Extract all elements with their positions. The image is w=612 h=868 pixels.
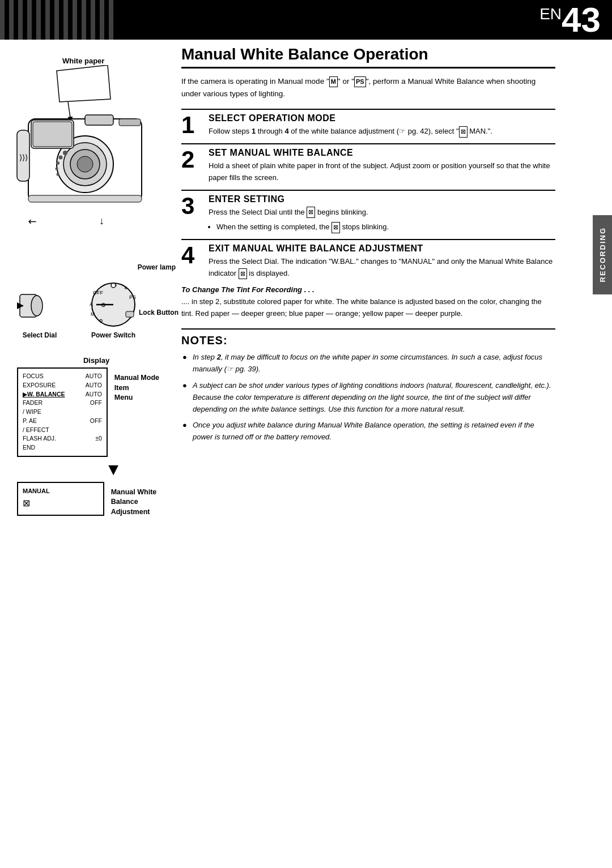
step-2-number: 2 xyxy=(181,148,202,184)
manual-mode-icon: M xyxy=(329,76,338,88)
display-arrow-down: ▼ xyxy=(51,460,176,479)
notes-section: NOTES: In step 2, it may be difficult to… xyxy=(181,328,555,443)
svg-text:PS: PS xyxy=(129,294,136,300)
page-number: EN43 xyxy=(539,2,612,37)
svg-text:M: M xyxy=(91,311,95,317)
step-3-text: Press the Select Dial until the ⊠ begins… xyxy=(209,207,555,219)
manual-display-icon: ⊠ xyxy=(23,498,99,508)
manual-mode-item-label: Manual Mode ItemMenu xyxy=(114,373,176,403)
page-title: Manual White Balance Operation xyxy=(181,45,555,69)
diagram-arrow-2: ↓ xyxy=(99,215,104,227)
svg-text:⚙: ⚙ xyxy=(99,318,103,324)
select-dial-label: Select Dial xyxy=(23,331,57,339)
step-2-heading: SET MANUAL WHITE BALANCE xyxy=(209,148,555,158)
notes-title: NOTES: xyxy=(181,334,555,347)
wbal-icon-step1: ⊠ xyxy=(459,126,468,138)
svg-point-10 xyxy=(56,168,58,170)
white-paper-label: White paper xyxy=(62,57,104,65)
step-1-text: Follow steps 1 through 4 of the white ba… xyxy=(209,126,555,138)
svg-point-31 xyxy=(111,283,116,288)
tint-section: To Change The Tint For Recording . . . .… xyxy=(181,285,555,320)
step-3-number: 3 xyxy=(181,194,202,234)
arrow-indicator: ▶ xyxy=(23,391,27,397)
recording-tab-label: RECORDING xyxy=(598,227,607,282)
svg-point-6 xyxy=(77,156,93,172)
step-4-number: 4 xyxy=(181,243,202,280)
step-3: 3 ENTER SETTING Press the Select Dial un… xyxy=(181,190,555,234)
display-label: Display xyxy=(17,356,176,365)
svg-text:A: A xyxy=(90,301,93,307)
svg-point-20 xyxy=(31,296,42,316)
step-1-content: SELECT OPERATION MODE Follow steps 1 thr… xyxy=(209,113,555,138)
stripe-decoration xyxy=(0,0,113,40)
display-row-wbalance: ▶W. BALANCE AUTO xyxy=(23,390,102,399)
step-3-bullet-1: When the setting is completed, the ⊠ sto… xyxy=(216,221,555,233)
svg-rect-13 xyxy=(33,122,72,147)
wbal-icon-step3b: ⊠ xyxy=(332,222,340,233)
note-3: Once you adjust white balance during Man… xyxy=(181,420,555,443)
left-column: White paper xyxy=(17,40,176,517)
display-row-wipe: / WIPE xyxy=(23,408,102,417)
step-3-heading: ENTER SETTING xyxy=(209,194,555,204)
note-1: In step 2, it may be difficult to focus … xyxy=(181,352,555,375)
display-row-fader: FADER OFF xyxy=(23,399,102,408)
svg-text:⊙: ⊙ xyxy=(101,302,105,308)
svg-point-8 xyxy=(59,156,63,160)
page-en-prefix: EN xyxy=(539,5,562,23)
step-2: 2 SET MANUAL WHITE BALANCE Hold a sheet … xyxy=(181,143,555,184)
svg-point-11 xyxy=(57,173,60,176)
display-row-end: END xyxy=(23,443,102,452)
svg-text:☀: ☀ xyxy=(124,285,128,291)
manual-white-balance-label: Manual WhiteBalance Adjustment xyxy=(111,488,176,518)
display-row-pae: P. AE OFF xyxy=(23,417,102,426)
step-4-heading: EXIT MANUAL WHITE BALANCE ADJUSTMENT xyxy=(209,243,555,254)
step-2-text: Hold a sheet of plain white paper in fro… xyxy=(209,160,555,184)
lock-button-label: Lock Button xyxy=(139,309,178,317)
svg-text:⟩⟩⟩: ⟩⟩⟩ xyxy=(19,153,28,162)
wbal-icon-step4: ⊠ xyxy=(239,268,247,280)
display-box: FOCUS AUTO EXPOSURE AUTO ▶W. BALANCE AUT… xyxy=(17,367,108,457)
step-1-number: 1 xyxy=(181,113,202,138)
display-row-flash: FLASH ADJ. ±0 xyxy=(23,434,102,443)
step-4: 4 EXIT MANUAL WHITE BALANCE ADJUSTMENT P… xyxy=(181,239,555,280)
select-dial-section: Select Dial xyxy=(17,283,62,339)
step-4-text: Press the Select Dial. The indication "W… xyxy=(209,256,555,280)
svg-rect-32 xyxy=(126,311,134,317)
tint-text: .... in step 2, substitute colored paper… xyxy=(181,296,555,320)
manual-display-box: MANUAL ⊠ xyxy=(17,482,104,516)
svg-text:OFF: OFF xyxy=(93,290,103,296)
svg-point-7 xyxy=(63,151,67,155)
manual-display-title: MANUAL xyxy=(23,488,99,494)
step-2-content: SET MANUAL WHITE BALANCE Hold a sheet of… xyxy=(209,148,555,184)
top-bar: EN43 xyxy=(0,0,612,40)
step-1: 1 SELECT OPERATION MODE Follow steps 1 t… xyxy=(181,109,555,138)
display-row-exposure: EXPOSURE AUTO xyxy=(23,381,102,390)
tint-heading: To Change The Tint For Recording . . . xyxy=(181,285,555,294)
display-row-focus: FOCUS AUTO xyxy=(23,372,102,381)
power-switch-section: Power lamp OFF A M ⚙ S ☀ PS ⊙ xyxy=(85,266,142,339)
display-row-effect: / EFFECT xyxy=(23,426,102,435)
svg-rect-15 xyxy=(119,119,141,126)
step-4-content: EXIT MANUAL WHITE BALANCE ADJUSTMENT Pre… xyxy=(209,243,555,280)
step-3-content: ENTER SETTING Press the Select Dial unti… xyxy=(209,194,555,234)
notes-list: In step 2, it may be difficult to focus … xyxy=(181,352,555,443)
right-column: Manual White Balance Operation If the ca… xyxy=(181,45,578,448)
page-num: 43 xyxy=(562,0,601,39)
select-dial-icon xyxy=(17,283,62,328)
step-1-heading: SELECT OPERATION MODE xyxy=(209,113,555,123)
step-3-bullets: When the setting is completed, the ⊠ sto… xyxy=(209,221,555,233)
svg-rect-14 xyxy=(85,115,113,125)
camera-illustration: ⟩⟩⟩ xyxy=(11,65,159,235)
ps-mode-icon: PS xyxy=(354,76,366,88)
intro-text: If the camera is operating in Manual mod… xyxy=(181,75,555,100)
svg-marker-0 xyxy=(57,65,110,102)
note-2: A subject can be shot under various type… xyxy=(181,380,555,415)
recording-tab: RECORDING xyxy=(593,215,612,294)
power-lamp-label: Power lamp xyxy=(138,263,176,271)
power-switch-label: Power Switch xyxy=(91,331,135,339)
power-switch-icon: OFF A M ⚙ S ☀ PS ⊙ xyxy=(85,277,142,328)
wbal-icon-step3a: ⊠ xyxy=(307,207,315,218)
display-section: Display FOCUS AUTO EXPOSURE AUTO ▶W. BAL… xyxy=(17,356,176,517)
svg-rect-18 xyxy=(28,195,142,202)
camera-diagram: White paper xyxy=(17,51,176,289)
